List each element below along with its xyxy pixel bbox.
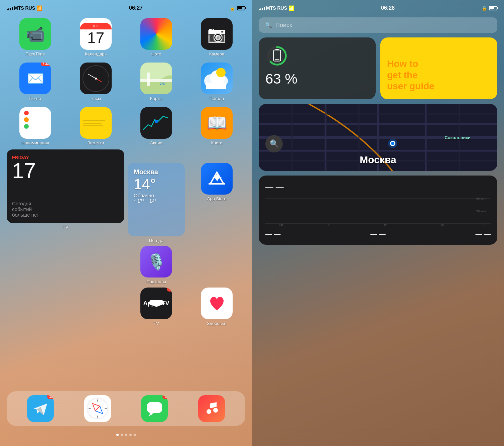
app-appletv[interactable]: Apple TV 1 TV bbox=[128, 288, 185, 326]
search-input[interactable] bbox=[275, 22, 491, 29]
appletv-icon-img: Apple TV 1 bbox=[140, 288, 172, 319]
weather-label: Погода bbox=[210, 96, 224, 101]
wifi-icon: 📶 bbox=[36, 5, 42, 11]
app-calendar[interactable]: ПТ 17 Календарь bbox=[67, 18, 124, 57]
left-phone: MTS RUS 📶 06:27 🔒 📹 FaceTime ПТ 17 Кален… bbox=[0, 0, 252, 446]
dot-3 bbox=[125, 434, 127, 436]
weather-temp: 14° bbox=[134, 176, 179, 193]
screentime-widget[interactable]: — — 60 мин 30 мин 0 00 06 12 bbox=[259, 176, 497, 245]
app-clock[interactable]: Часы bbox=[67, 63, 124, 101]
app-maps[interactable]: 280 Карты bbox=[128, 63, 185, 101]
svg-point-15 bbox=[213, 408, 218, 413]
app-notes[interactable]: Заметки bbox=[67, 107, 124, 145]
books-label: Книги bbox=[211, 140, 222, 145]
telegram-icon: 10 bbox=[27, 395, 54, 422]
battery-icon bbox=[237, 6, 245, 10]
mail-icon: ✉️ 7 330 bbox=[19, 63, 51, 94]
maps-search-btn[interactable]: 🔍 bbox=[265, 135, 283, 152]
screentime-dash-bm: — — bbox=[370, 230, 386, 238]
app-reminders[interactable]: Напоминания bbox=[7, 107, 64, 145]
notes-label: Заметки bbox=[88, 140, 104, 145]
status-bar-right: MTS RUS 📶 06:28 🔒 bbox=[252, 0, 504, 15]
weather-widget-label: Погода bbox=[128, 238, 185, 243]
app-health[interactable]: Здоровье bbox=[188, 288, 245, 326]
notes-icon bbox=[80, 107, 112, 139]
dock-safari[interactable] bbox=[84, 395, 111, 422]
maps-widget[interactable]: 🔍 Москва Сокольники bbox=[259, 104, 497, 171]
widget-row-1: 63 % How toget theuser guide bbox=[259, 37, 497, 99]
location-dot bbox=[390, 141, 395, 146]
search-bar[interactable]: 🔍 bbox=[259, 17, 497, 33]
battery-ring bbox=[265, 44, 289, 68]
appletv-badge: 1 bbox=[167, 288, 172, 292]
svg-rect-20 bbox=[275, 49, 279, 50]
right-phone: MTS RUS 📶 06:28 🔒 🔍 bbox=[252, 0, 504, 446]
battery-percent: 63 % bbox=[265, 71, 297, 87]
clock-label: Часы bbox=[91, 96, 101, 101]
calendar-label: Календарь bbox=[85, 51, 107, 57]
screentime-dash-br: — — bbox=[475, 230, 491, 238]
app-stocks[interactable]: Акции bbox=[128, 107, 185, 145]
app-books[interactable]: 📖 Книги bbox=[188, 107, 245, 145]
screentime-dash-top: — — bbox=[265, 182, 491, 192]
dock-music[interactable] bbox=[198, 395, 225, 422]
messages-badge: 1 bbox=[162, 395, 168, 399]
photos-icon bbox=[140, 18, 172, 50]
dot-5 bbox=[134, 434, 136, 436]
svg-rect-19 bbox=[275, 60, 279, 61]
dot-1 bbox=[116, 434, 119, 436]
app-weather[interactable]: Погода bbox=[188, 63, 245, 101]
signal-icon-right bbox=[259, 6, 265, 10]
app-grid: 📹 FaceTime ПТ 17 Календарь Фото 📷 Камера bbox=[0, 15, 252, 149]
app-mail[interactable]: ✉️ 7 330 Почта bbox=[7, 63, 64, 101]
svg-text:18: 18 bbox=[440, 223, 444, 227]
app-camera[interactable]: 📷 Камера bbox=[188, 18, 245, 57]
svg-point-9 bbox=[155, 120, 158, 123]
app-appstore-row4[interactable]: ✦ App Store bbox=[188, 163, 245, 243]
svg-text:30 мин: 30 мин bbox=[476, 209, 486, 213]
maps-city-label: Москва bbox=[360, 154, 396, 165]
stocks-label: Акции bbox=[150, 140, 162, 145]
stocks-icon-img bbox=[140, 107, 172, 139]
userguide-widget[interactable]: How toget theuser guide bbox=[380, 37, 497, 99]
lock-icon-right: 🔒 bbox=[482, 6, 487, 11]
telegram-badge: 10 bbox=[47, 395, 54, 399]
safari-icon bbox=[84, 395, 111, 422]
time-right: 06:28 bbox=[381, 5, 395, 11]
appstore-icon: ✦ bbox=[201, 163, 233, 195]
app-photos[interactable]: Фото bbox=[128, 18, 185, 57]
app-facetime[interactable]: 📹 FaceTime bbox=[7, 18, 64, 57]
svg-text:280: 280 bbox=[160, 82, 165, 86]
time-left: 06:27 bbox=[129, 5, 143, 11]
battery-icon-right bbox=[489, 6, 497, 10]
status-right-icons-r: 🔒 bbox=[482, 6, 497, 11]
facetime-icon: 📹 bbox=[19, 18, 51, 50]
camera-icon: 📷 bbox=[201, 18, 233, 50]
mail-label: Почта bbox=[29, 96, 41, 101]
battery-widget[interactable]: 63 % bbox=[259, 37, 376, 99]
health-icon-img bbox=[201, 288, 233, 319]
svg-text:00: 00 bbox=[279, 223, 283, 227]
wifi-icon-right: 📶 bbox=[288, 5, 294, 11]
health-label: Здоровье bbox=[207, 321, 226, 326]
lock-icon: 🔒 bbox=[230, 6, 235, 11]
search-icon: 🔍 bbox=[265, 21, 272, 29]
userguide-text: How toget theuser guide bbox=[387, 58, 491, 92]
maps-label: Карты bbox=[150, 96, 162, 101]
messages-icon: 1 bbox=[141, 395, 168, 422]
svg-text:12: 12 bbox=[383, 223, 387, 227]
appletv-label: TV bbox=[153, 321, 159, 326]
maps-icon: 280 bbox=[140, 63, 172, 94]
svg-text:60 мин: 60 мин bbox=[476, 197, 486, 200]
page-dots bbox=[0, 434, 252, 436]
dot-2 bbox=[121, 434, 123, 436]
calendar-icon: ПТ 17 bbox=[80, 18, 112, 50]
svg-text:06: 06 bbox=[327, 223, 330, 227]
clock-icon-img bbox=[80, 63, 112, 94]
status-bar-left: MTS RUS 📶 06:27 🔒 bbox=[0, 0, 252, 15]
dock-messages[interactable]: 1 bbox=[141, 395, 168, 422]
status-right-icons: 🔒 bbox=[230, 6, 245, 11]
books-icon: 📖 bbox=[201, 107, 233, 139]
dock-telegram[interactable]: 10 bbox=[27, 395, 54, 422]
svg-text:0: 0 bbox=[485, 222, 486, 226]
